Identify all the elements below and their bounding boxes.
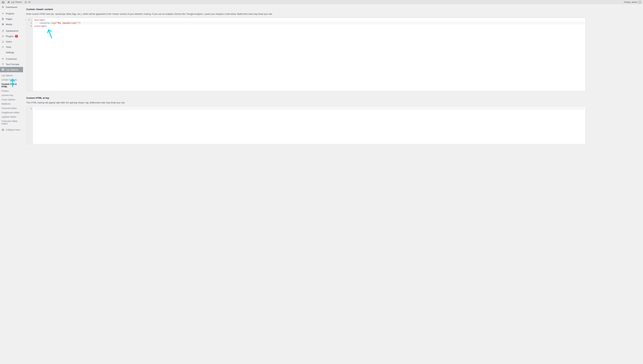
content-area: Custom <head> content Enter custom HTML … — [23, 4, 643, 364]
sidebar-item-label: Appearance — [6, 30, 18, 32]
sidebar-item-label: Text Formats — [6, 63, 19, 66]
refresh-icon — [24, 1, 27, 4]
sidebar-item-label: Lay Options — [6, 68, 18, 71]
sidebar-item-layoptions[interactable]: Lay Options — [0, 67, 23, 72]
submenu-item[interactable]: Lightbox Addon — [0, 115, 23, 119]
collapse-icon — [2, 128, 4, 131]
sidebar-item-label: Projects — [6, 12, 14, 15]
submenu-item[interactable]: Fullscreen Slider Addon — [0, 119, 23, 126]
submenu-item[interactable]: Lay Options — [0, 74, 23, 78]
submenu-item[interactable]: Carousel Addon — [0, 106, 23, 110]
user-menu[interactable]: Howdy, admin — [624, 1, 641, 4]
sidebar-item-projects[interactable]: Projects — [0, 11, 23, 16]
submenu-item[interactable]: Footers — [0, 89, 23, 93]
sidebar-item-label: Pages — [6, 18, 13, 20]
text-icon — [2, 63, 4, 66]
plug-icon — [2, 35, 4, 38]
submenu-item[interactable]: Webfonts — [0, 102, 23, 106]
sidebar-item-label: Media — [6, 23, 12, 26]
wrench-icon — [2, 46, 4, 48]
gear-icon — [2, 68, 4, 71]
section-description: This HTML markup will appear right after… — [26, 101, 585, 104]
sidebar-item-label: Tools — [6, 46, 11, 48]
sidebar-item-label: Plugins — [6, 35, 14, 38]
editor-code[interactable] — [33, 107, 585, 110]
sidebar-item-pages[interactable]: Pages — [0, 16, 23, 22]
updates-count: 10 — [28, 1, 31, 4]
sidebar-item-textfmt[interactable]: Text Formats — [0, 62, 23, 67]
sidebar-item-label: Dashboard — [6, 6, 17, 8]
sidebar-item-media[interactable]: Media — [0, 22, 23, 27]
submenu-item[interactable]: Cover Options — [0, 98, 23, 102]
annotation-arrow-editor — [46, 28, 54, 40]
sidebar-item-label: Settings — [6, 51, 14, 54]
submenu-item[interactable]: Gridder Defaults — [0, 78, 23, 82]
update-badge: 9 — [15, 35, 18, 38]
howdy-text: Howdy, admin — [624, 1, 637, 4]
wordpress-icon — [2, 1, 5, 4]
editor-gutter: 1 — [27, 107, 33, 144]
avatar — [638, 1, 641, 4]
wp-logo-link[interactable] — [2, 1, 5, 4]
admin-bar: Lay Theme 10 Howdy, admin — [0, 0, 643, 4]
editor-code[interactable]: <script> console.log("My JavaScript!") <… — [33, 18, 585, 28]
sliders-icon — [2, 51, 4, 54]
code-editor-head[interactable]: ▾1 ▾ 2 3 <script> console.log("My JavaSc… — [26, 18, 585, 91]
submenu-item[interactable]: License Key — [0, 93, 23, 98]
admin-sidebar: DashboardProjectsPagesMediaAppearancePlu… — [0, 4, 23, 364]
sidebar-item-label: Customize — [6, 58, 17, 60]
collapse-menu-button[interactable]: Collapse menu — [0, 127, 23, 133]
sidebar-item-settings[interactable]: Settings — [0, 50, 23, 55]
dashboard-icon — [2, 6, 4, 8]
updates-link[interactable]: 10 — [24, 1, 31, 4]
section-custom-html-top: Custom HTML at top This HTML markup will… — [26, 96, 585, 144]
sidebar-item-users[interactable]: Users — [0, 39, 23, 44]
sidebar-item-plugins[interactable]: Plugins9 — [0, 34, 23, 39]
site-home-link[interactable]: Lay Theme — [7, 1, 22, 4]
section-title: Custom <head> content — [26, 8, 585, 10]
fold-icon[interactable]: ▾ — [25, 18, 26, 22]
brush-icon — [2, 29, 4, 32]
pin-icon — [2, 12, 4, 15]
sidebar-item-dashboard[interactable]: Dashboard — [0, 4, 23, 10]
sidebar-item-appearance[interactable]: Appearance — [0, 28, 23, 34]
user-icon — [2, 40, 4, 43]
editor-gutter: ▾1 ▾ 2 3 — [27, 18, 33, 91]
section-custom-head: Custom <head> content Enter custom HTML … — [26, 8, 585, 91]
eye-icon — [2, 57, 4, 60]
sidebar-item-label: Users — [6, 40, 12, 43]
code-editor-top[interactable]: 1 — [26, 106, 585, 144]
section-description: Enter custom HTML here (ex. JavaScript, … — [26, 12, 585, 16]
submenu-item[interactable]: Imagehover Addon — [0, 110, 23, 115]
sidebar-item-tools[interactable]: Tools — [0, 44, 23, 50]
media-icon — [2, 23, 4, 26]
section-title: Custom HTML at top — [26, 96, 585, 99]
sidebar-item-customize[interactable]: Customize — [0, 56, 23, 62]
collapse-label: Collapse menu — [6, 128, 20, 131]
site-name: Lay Theme — [11, 1, 22, 4]
pages-icon — [2, 18, 4, 20]
svg-point-0 — [2, 129, 4, 131]
home-icon — [7, 1, 10, 4]
submenu-item[interactable]: Custom CSS & HTML — [0, 82, 23, 89]
